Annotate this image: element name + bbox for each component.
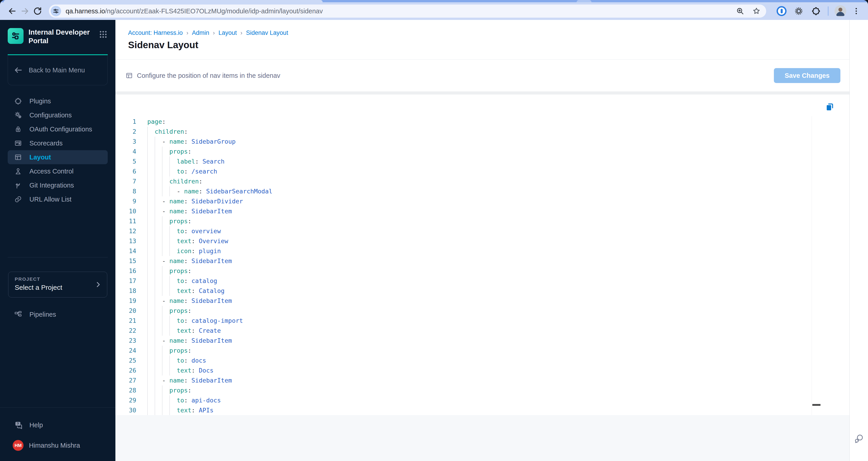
- sidebar-item-configurations[interactable]: Configurations: [8, 108, 108, 122]
- code-line[interactable]: 13text: Overview: [115, 236, 812, 246]
- indent-guides: [147, 336, 162, 345]
- code-line[interactable]: 17to: catalog: [115, 276, 812, 286]
- breadcrumb-link[interactable]: Account: Harness.io: [128, 29, 183, 36]
- back-to-main-menu[interactable]: Back to Main Menu: [8, 55, 108, 85]
- loading-extension-button[interactable]: [793, 5, 805, 17]
- code-line[interactable]: 30text: APIs: [115, 405, 812, 415]
- code-line[interactable]: 18text: Catalog: [115, 286, 812, 296]
- line-content: props:: [147, 306, 191, 316]
- module-switcher-button[interactable]: [99, 30, 108, 39]
- url-bar[interactable]: qa.harness.io/ng/account/zEaak-FLS425IEO…: [49, 4, 766, 18]
- breadcrumb-link[interactable]: Layout: [219, 29, 237, 36]
- code-line[interactable]: 4props:: [115, 146, 812, 157]
- person-icon: [14, 167, 22, 175]
- sidebar-item-access-control[interactable]: Access Control: [8, 164, 108, 178]
- browser-back-button[interactable]: [6, 5, 19, 18]
- yaml-editor[interactable]: 1page:2children:3- name: SidebarGroup4pr…: [115, 117, 812, 415]
- line-content: icon: plugin: [147, 246, 221, 256]
- indent-guides: [147, 306, 169, 316]
- code-line[interactable]: 16props:: [115, 266, 812, 276]
- breadcrumb-link[interactable]: Admin: [192, 29, 209, 36]
- line-content: props:: [147, 345, 191, 356]
- indent-guides: [147, 256, 162, 266]
- magnifier-plus-icon: [736, 6, 745, 15]
- sidebar-item-pipelines[interactable]: Pipelines: [8, 307, 108, 322]
- browser-active-tab[interactable]: [4, 0, 323, 2]
- code-line[interactable]: 10- name: SidebarItem: [115, 206, 812, 216]
- code-line[interactable]: 22text: Create: [115, 326, 812, 336]
- chat-bubbles-icon: [854, 433, 864, 444]
- line-number: 21: [115, 316, 136, 326]
- browser-reload-button[interactable]: [31, 5, 44, 18]
- code-line[interactable]: 19- name: SidebarItem: [115, 296, 812, 306]
- code-line[interactable]: 15- name: SidebarItem: [115, 256, 812, 266]
- code-line[interactable]: 24props:: [115, 345, 812, 356]
- scorecard-icon: [14, 139, 22, 147]
- code-line[interactable]: 8- name: SidebarSearchModal: [115, 187, 812, 196]
- bookmark-button[interactable]: [751, 6, 762, 16]
- line-number: 9: [115, 196, 136, 206]
- code-line[interactable]: 23- name: SidebarItem: [115, 336, 812, 345]
- onepassword-extension-button[interactable]: [776, 5, 787, 17]
- indent-guides: [147, 266, 169, 276]
- line-number: 1: [115, 117, 136, 127]
- browser-tab-strip: [0, 0, 868, 2]
- browser-forward-button[interactable]: [19, 5, 31, 18]
- code-line[interactable]: 3- name: SidebarGroup: [115, 137, 812, 146]
- breadcrumb-link[interactable]: Sidenav Layout: [246, 29, 288, 36]
- save-changes-button[interactable]: Save Changes: [774, 68, 840, 83]
- code-line[interactable]: 14icon: plugin: [115, 246, 812, 256]
- line-number: 7: [115, 176, 136, 187]
- code-line[interactable]: 5label: Search: [115, 157, 812, 166]
- feedback-chat-button[interactable]: [854, 433, 864, 444]
- sidebar-item-git-integrations[interactable]: Git Integrations: [8, 178, 108, 192]
- code-line[interactable]: 29to: api-docs: [115, 395, 812, 405]
- code-line[interactable]: 20props:: [115, 306, 812, 316]
- editor-scrollbar-thumb[interactable]: [812, 404, 820, 406]
- sidebar-item-scorecards[interactable]: Scorecards: [8, 136, 108, 150]
- code-line[interactable]: 7children:: [115, 176, 812, 187]
- code-line[interactable]: 11props:: [115, 216, 812, 226]
- code-line[interactable]: 12to: overview: [115, 226, 812, 236]
- code-line[interactable]: 1page:: [115, 117, 812, 127]
- code-line[interactable]: 25to: docs: [115, 356, 812, 366]
- browser-new-tab[interactable]: [577, 0, 591, 2]
- code-line[interactable]: 9- name: SidebarDivider: [115, 196, 812, 206]
- copy-yaml-button[interactable]: [825, 102, 835, 112]
- browser-profile-avatar[interactable]: [835, 5, 846, 17]
- indent-guides: [147, 196, 162, 206]
- sidebar-item-plugins[interactable]: Plugins: [8, 94, 108, 108]
- right-edge-strip: [849, 20, 868, 461]
- sidebar-item-label: Configurations: [29, 111, 72, 119]
- url-text[interactable]: qa.harness.io/ng/account/zEaak-FLS425IEO…: [66, 7, 729, 15]
- zoom-page-button[interactable]: [735, 6, 745, 16]
- code-line[interactable]: 28props:: [115, 386, 812, 395]
- code-line[interactable]: 27- name: SidebarItem: [115, 375, 812, 386]
- project-selector[interactable]: PROJECT Select a Project: [8, 272, 107, 297]
- sidebar-item-layout[interactable]: Layout: [8, 150, 108, 164]
- chevron-right-icon: [94, 281, 102, 288]
- help-button[interactable]: ? Help: [0, 418, 115, 432]
- code-line[interactable]: 6to: /search: [115, 166, 812, 176]
- sidebar-item-oauth-configurations[interactable]: OAuth Configurations: [8, 122, 108, 136]
- line-number: 19: [115, 296, 136, 306]
- toolbar-divider: [828, 6, 829, 16]
- line-content: children:: [147, 176, 203, 187]
- code-line[interactable]: 26text: Docs: [115, 366, 812, 375]
- git-icon: [14, 181, 22, 189]
- sidebar-item-url-allow-list[interactable]: URL Allow List: [8, 192, 108, 206]
- line-number: 30: [115, 405, 136, 415]
- user-avatar: HM: [13, 440, 24, 451]
- site-settings-button[interactable]: [51, 6, 61, 16]
- line-number: 18: [115, 286, 136, 296]
- browser-menu-button[interactable]: [850, 5, 862, 17]
- reload-icon: [33, 6, 42, 16]
- code-lines: 1page:2children:3- name: SidebarGroup4pr…: [115, 117, 812, 415]
- extensions-button[interactable]: [810, 5, 822, 17]
- user-menu[interactable]: HM Himanshu Mishra: [0, 438, 115, 452]
- line-number: 28: [115, 386, 136, 395]
- code-line[interactable]: 21to: catalog-import: [115, 316, 812, 326]
- copy-icon: [825, 102, 835, 112]
- line-content: text: APIs: [147, 405, 214, 415]
- code-line[interactable]: 2children:: [115, 127, 812, 137]
